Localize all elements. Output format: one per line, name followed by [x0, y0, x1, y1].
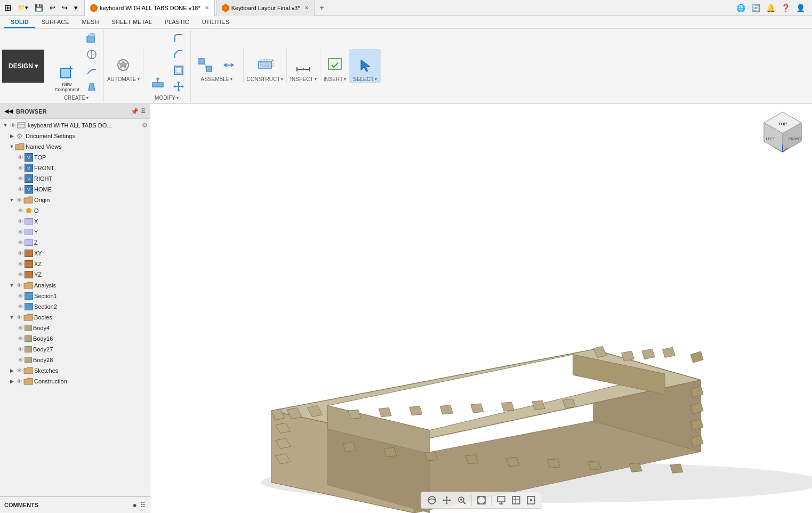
file-menu[interactable]: 📁▾ — [15, 3, 30, 12]
view-top-item[interactable]: 👁 V TOP — [0, 152, 150, 163]
fillet-button[interactable] — [170, 31, 187, 46]
view-cube[interactable]: TOP LEFT FRONT — [759, 109, 807, 157]
notification-icon[interactable]: 🔔 — [765, 3, 776, 13]
offset-plane-button[interactable] — [254, 55, 276, 75]
view-home-vis[interactable]: 👁 — [16, 185, 25, 194]
analysis-arrow[interactable]: ▼ — [9, 282, 15, 288]
more-menu-btn[interactable]: ▾ — [72, 3, 80, 13]
view-right-vis[interactable]: 👁 — [16, 174, 25, 183]
origin-xy-item[interactable]: 👁 XY — [0, 248, 150, 259]
motion-button[interactable] — [218, 55, 240, 75]
design-menu-button[interactable]: DESIGN ▾ — [2, 50, 44, 83]
extrude-button[interactable] — [83, 31, 100, 46]
assemble-group-label[interactable]: ASSEMBLE ▾ — [201, 76, 233, 82]
revolve-button[interactable] — [83, 47, 100, 62]
inspect-group-label[interactable]: INSPECT ▾ — [290, 76, 316, 82]
view-top-vis[interactable]: 👁 — [16, 153, 25, 162]
tab-mesh[interactable]: MESH — [76, 17, 106, 28]
body28-item[interactable]: 👁 Body28 — [0, 355, 150, 365]
bodies-item[interactable]: ▼ 👁 Bodies — [0, 312, 150, 323]
construction-vis[interactable]: 👁 — [15, 377, 23, 386]
automate-group-label[interactable]: AUTOMATE ▾ — [107, 76, 140, 82]
tab-surface[interactable]: SURFACE — [35, 17, 76, 28]
move-button[interactable] — [170, 79, 187, 94]
help-icon[interactable]: ❓ — [780, 3, 791, 13]
body16-item[interactable]: 👁 Body16 — [0, 333, 150, 344]
browser-drag-handle[interactable]: ⠿ — [141, 108, 146, 115]
tab-utilities[interactable]: UTILITIES — [196, 17, 236, 28]
orbit-button[interactable] — [425, 494, 438, 507]
origin-vis[interactable]: 👁 — [15, 196, 23, 204]
sketches-item[interactable]: ▶ 👁 Sketches — [0, 365, 150, 376]
sketches-vis[interactable]: 👁 — [15, 366, 23, 375]
body16-vis[interactable]: 👁 — [16, 334, 25, 343]
comments-drag-icon[interactable]: ⠿ — [140, 501, 146, 509]
origin-z-item[interactable]: 👁 Z — [0, 237, 150, 248]
press-pull-button[interactable] — [147, 74, 169, 94]
tab-2-close[interactable]: ✕ — [304, 5, 309, 11]
construction-item[interactable]: ▶ 👁 Construction — [0, 376, 150, 387]
origin-y-item[interactable]: 👁 Y — [0, 227, 150, 237]
section2-vis[interactable]: 👁 — [16, 302, 25, 311]
tab-2[interactable]: Keyboard Layout Final v3* ✕ — [216, 0, 315, 16]
view-right-item[interactable]: 👁 V RIGHT — [0, 173, 150, 184]
more-display-button[interactable] — [525, 494, 537, 507]
browser-collapse-icon[interactable]: ◀◀ — [4, 108, 13, 115]
root-vis-icon[interactable]: 👁 — [9, 121, 17, 130]
origin-item[interactable]: ▼ 👁 Origin — [0, 195, 150, 205]
section1-vis[interactable]: 👁 — [16, 292, 25, 300]
named-views-arrow[interactable]: ▼ — [9, 143, 15, 150]
tab-1-close[interactable]: ✕ — [205, 5, 209, 11]
redo-btn[interactable]: ↪ — [60, 3, 70, 13]
tab-sheet-metal[interactable]: SHEET METAL — [105, 17, 158, 28]
origin-z-vis[interactable]: 👁 — [16, 238, 25, 247]
body4-vis[interactable]: 👁 — [16, 324, 25, 332]
doc-settings-arrow[interactable]: ▶ — [9, 133, 15, 139]
browser-root-item[interactable]: ▼ 👁 keyboard WITH ALL TABS DO... ⚙ — [0, 120, 150, 131]
construction-arrow[interactable]: ▶ — [9, 378, 15, 384]
new-tab-button[interactable]: + — [316, 2, 328, 14]
refresh-icon[interactable]: 🔄 — [750, 3, 761, 13]
body4-item[interactable]: 👁 Body4 — [0, 323, 150, 333]
undo-btn[interactable]: ↩ — [47, 3, 58, 13]
view-front-item[interactable]: 👁 V FRONT — [0, 163, 150, 173]
sketches-arrow[interactable]: ▶ — [9, 367, 15, 374]
save-btn[interactable]: 💾 — [33, 3, 45, 13]
view-front-vis[interactable]: 👁 — [16, 164, 25, 172]
origin-yz-item[interactable]: 👁 YZ — [0, 269, 150, 280]
body28-vis[interactable]: 👁 — [16, 356, 25, 364]
loft-button[interactable] — [83, 79, 100, 94]
new-component-button[interactable]: NewComponent — [52, 62, 82, 94]
viewport[interactable]: TOP LEFT FRONT — [150, 104, 812, 513]
sweep-button[interactable] — [83, 63, 100, 78]
section2-item[interactable]: 👁 Section2 — [0, 301, 150, 312]
joint-button[interactable] — [194, 55, 216, 75]
measure-button[interactable] — [292, 55, 315, 75]
tab-plastic[interactable]: PLASTIC — [158, 17, 196, 28]
origin-arrow[interactable]: ▼ — [9, 197, 15, 203]
insert-group-label[interactable]: INSERT ▾ — [324, 76, 347, 82]
origin-xy-vis[interactable]: 👁 — [16, 249, 25, 258]
select-button[interactable] — [354, 55, 376, 75]
world-icon[interactable]: 🌐 — [735, 3, 746, 13]
bodies-vis[interactable]: 👁 — [15, 313, 23, 322]
origin-x-item[interactable]: 👁 X — [0, 216, 150, 227]
root-collapse-arrow[interactable]: ▼ — [2, 122, 9, 129]
named-views-item[interactable]: ▼ Named Views — [0, 141, 150, 152]
origin-xz-vis[interactable]: 👁 — [16, 260, 25, 268]
grid-button[interactable] — [510, 494, 522, 507]
origin-xz-item[interactable]: 👁 XZ — [0, 259, 150, 269]
tab-solid[interactable]: SOLID — [4, 17, 35, 28]
fit-button[interactable] — [475, 494, 488, 507]
pan-button[interactable] — [440, 494, 453, 507]
insert-button[interactable] — [324, 55, 346, 75]
user-icon[interactable]: 👤 — [795, 3, 806, 13]
bodies-arrow[interactable]: ▼ — [9, 314, 15, 320]
display-button[interactable] — [495, 494, 508, 507]
origin-yz-vis[interactable]: 👁 — [16, 270, 25, 279]
tab-1[interactable]: keyboard WITH ALL TABS DONE v18* ✕ — [84, 0, 215, 16]
origin-o-item[interactable]: 👁 O — [0, 205, 150, 216]
select-group-label[interactable]: SELECT ▾ — [353, 76, 377, 82]
root-settings-icon[interactable]: ⚙ — [142, 122, 148, 129]
origin-y-vis[interactable]: 👁 — [16, 228, 25, 236]
